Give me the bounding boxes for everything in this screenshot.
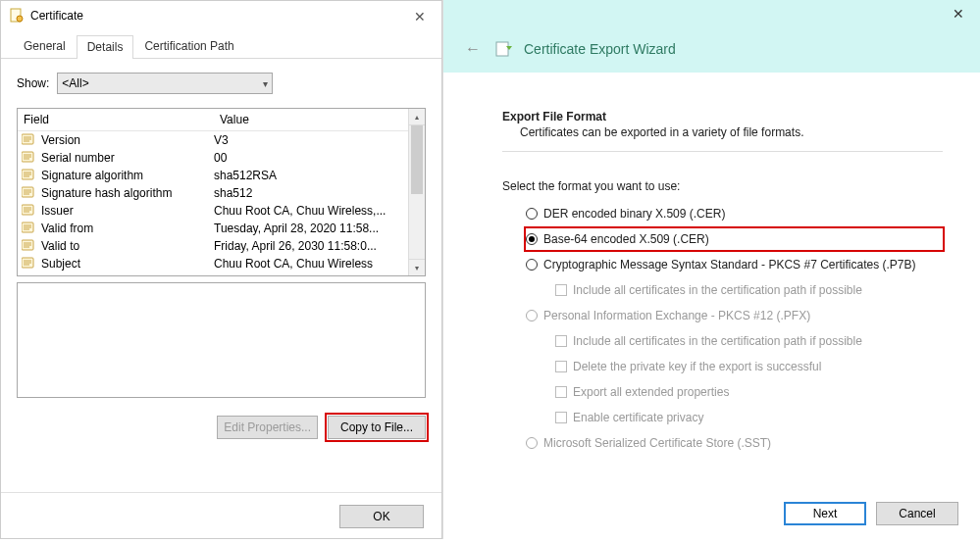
table-row[interactable]: VersionV3 [18, 131, 408, 149]
tab-details[interactable]: Details [77, 35, 134, 59]
pfx-export-extended: Export all extended properties [555, 381, 943, 403]
copy-to-file-button[interactable]: Copy to File... [328, 416, 426, 439]
wizard-icon [494, 39, 514, 59]
scroll-up-icon[interactable]: ▴ [409, 109, 425, 125]
field-icon [22, 151, 37, 165]
row-value: V3 [214, 133, 408, 147]
row-value: sha512RSA [214, 169, 408, 182]
row-value: Tuesday, April 28, 2020 11:58... [214, 222, 408, 235]
tab-certification-path[interactable]: Certification Path [133, 34, 244, 58]
pfx-delete-label: Delete the private key if the export is … [573, 360, 821, 373]
cancel-button[interactable]: Cancel [876, 502, 958, 525]
pfx-delete-key: Delete the private key if the export is … [555, 356, 943, 377]
row-value: Chuu Root CA, Chuu Wireless,... [214, 204, 408, 218]
checkbox-icon [555, 386, 567, 398]
checkbox-icon [555, 361, 567, 372]
scroll-thumb[interactable] [411, 125, 423, 194]
export-wizard: ✕ ← Certificate Export Wizard Export Fil… [442, 0, 980, 539]
radio-icon [526, 310, 538, 321]
cert-titlebar: Certificate [1, 1, 441, 30]
section-subtext: Certificates can be exported in a variet… [520, 125, 943, 139]
row-field: Signature hash algorithm [41, 186, 214, 200]
option-sst-label: Microsoft Serialized Certificate Store (… [543, 436, 771, 450]
table-row[interactable]: Valid fromTuesday, April 28, 2020 11:58.… [18, 220, 408, 237]
p7b-include-label: Include all certificates in the certific… [573, 283, 862, 297]
cert-title: Certificate [30, 1, 83, 30]
table-row[interactable]: Signature hash algorithmsha512 [18, 184, 408, 202]
pfx-privacy-label: Enable certificate privacy [573, 411, 703, 424]
next-button[interactable]: Next [784, 502, 866, 525]
certificate-icon [9, 8, 25, 24]
row-field: Serial number [41, 151, 214, 165]
pfx-include-label: Include all certificates in the certific… [573, 334, 862, 348]
option-base64[interactable]: Base-64 encoded X.509 (.CER) [526, 228, 943, 250]
show-combobox[interactable]: <All> ▾ [57, 73, 273, 94]
format-radiogroup: DER encoded binary X.509 (.CER) Base-64 … [526, 203, 943, 454]
field-icon [22, 222, 37, 235]
row-value: Chuu Root CA, Chuu Wireless [214, 257, 408, 271]
select-format-label: Select the format you want to use: [502, 179, 943, 193]
list-scrollbar[interactable]: ▴ ▾ [408, 109, 425, 275]
pfx-cert-privacy: Enable certificate privacy [555, 407, 943, 428]
option-base64-label: Base-64 encoded X.509 (.CER) [543, 232, 709, 246]
cert-tabs: General Details Certification Path [1, 34, 441, 59]
edit-properties-button: Edit Properties... [217, 416, 318, 439]
show-label: Show: [17, 76, 49, 90]
section-heading: Export File Format [502, 110, 943, 123]
option-der-label: DER encoded binary X.509 (.CER) [543, 207, 725, 221]
wizard-header-bar: ✕ ← Certificate Export Wizard [443, 0, 980, 73]
certificate-dialog: Certificate ✕ General Details Certificat… [0, 0, 442, 539]
field-icon [22, 133, 37, 147]
row-field: Version [41, 133, 214, 147]
checkbox-icon [555, 284, 567, 296]
row-field: Subject [41, 257, 214, 271]
chevron-down-icon: ▾ [263, 78, 268, 89]
checkbox-icon [555, 412, 567, 423]
field-icon [22, 257, 37, 271]
pfx-include-chain: Include all certificates in the certific… [555, 330, 943, 352]
radio-icon [526, 259, 538, 271]
row-value: sha512 [214, 186, 408, 200]
table-row[interactable]: Serial number00 [18, 149, 408, 167]
table-row[interactable]: Valid toFriday, April 26, 2030 11:58:0..… [18, 237, 408, 255]
table-row[interactable]: IssuerChuu Root CA, Chuu Wireless,... [18, 202, 408, 220]
table-row[interactable]: SubjectChuu Root CA, Chuu Wireless [18, 255, 408, 272]
radio-icon [526, 233, 538, 245]
row-field: Valid from [41, 222, 214, 235]
ok-button[interactable]: OK [339, 505, 424, 528]
col-header-field[interactable]: Field [18, 109, 214, 130]
checkbox-icon [555, 335, 567, 347]
p7b-include-chain: Include all certificates in the certific… [555, 279, 943, 301]
field-icon [22, 169, 37, 182]
option-p7b[interactable]: Cryptographic Message Syntax Standard - … [526, 254, 943, 275]
field-icon [22, 186, 37, 200]
option-der[interactable]: DER encoded binary X.509 (.CER) [526, 203, 943, 224]
field-list: Field Value VersionV3Serial number00Sign… [17, 108, 426, 276]
cert-body: Show: <All> ▾ Field Value VersionV3Seria… [1, 59, 441, 449]
divider [1, 492, 441, 493]
radio-icon [526, 437, 538, 449]
row-field: Signature algorithm [41, 169, 214, 182]
row-field: Valid to [41, 239, 214, 253]
tab-general[interactable]: General [13, 34, 77, 58]
field-icon [22, 239, 37, 253]
row-value: 00 [214, 151, 408, 165]
wizard-close-icon[interactable]: ✕ [943, 4, 974, 25]
section-divider [502, 151, 943, 152]
option-p7b-label: Cryptographic Message Syntax Standard - … [543, 258, 916, 272]
wizard-body: Export File Format Certificates can be e… [443, 73, 980, 454]
back-arrow-icon[interactable]: ← [461, 40, 485, 58]
scroll-down-icon[interactable]: ▾ [409, 259, 425, 275]
svg-rect-34 [496, 42, 508, 56]
table-row[interactable]: Signature algorithmsha512RSA [18, 167, 408, 184]
close-icon[interactable]: ✕ [404, 7, 436, 28]
option-pfx-label: Personal Information Exchange - PKCS #12… [543, 309, 810, 322]
radio-icon [526, 208, 538, 220]
show-value: <All> [62, 76, 88, 90]
pfx-extended-label: Export all extended properties [573, 385, 729, 399]
option-pfx: Personal Information Exchange - PKCS #12… [526, 305, 943, 326]
row-value: Friday, April 26, 2030 11:58:0... [214, 239, 408, 253]
option-sst: Microsoft Serialized Certificate Store (… [526, 432, 943, 454]
col-header-value[interactable]: Value [214, 109, 408, 130]
wizard-title: Certificate Export Wizard [524, 41, 676, 57]
